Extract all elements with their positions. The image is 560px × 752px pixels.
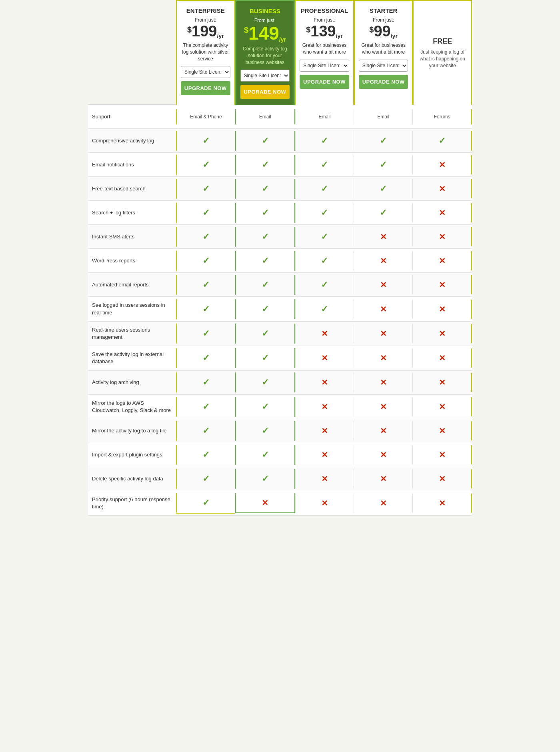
cross-icon: ✕ <box>380 378 387 387</box>
check-icon: ✓ <box>202 353 210 363</box>
plan-select-professional[interactable]: Single Site Licen: <box>300 60 349 72</box>
feature-value-enterprise: ✓ <box>176 227 235 247</box>
plan-header-business: BUSINESS From just: $149/yr Complete act… <box>235 0 295 105</box>
check-icon: ✓ <box>202 232 210 242</box>
check-icon: ✓ <box>380 160 387 170</box>
plan-header-starter: STARTER From just: $99/yr Great for busi… <box>354 0 413 105</box>
feature-value-enterprise: ✓ <box>176 469 235 489</box>
check-icon: ✓ <box>262 280 269 290</box>
feature-value-business: ✓ <box>235 324 295 344</box>
feature-value-free: ✕ <box>412 494 472 513</box>
feature-label: See logged in users sessions in real-tim… <box>88 297 176 321</box>
feature-value-professional: Email <box>295 109 354 124</box>
feature-label: Real-time users sessions management <box>88 322 176 346</box>
table-row: See logged in users sessions in real-tim… <box>88 297 472 321</box>
feature-value-professional: ✓ <box>295 155 354 175</box>
check-icon: ✓ <box>262 304 269 314</box>
cross-icon: ✕ <box>439 378 446 387</box>
plan-desc-starter: Great for businesses who want a bit more <box>359 42 408 56</box>
check-icon: ✓ <box>262 208 269 218</box>
feature-value-starter: ✕ <box>354 275 412 294</box>
feature-value-enterprise: ✓ <box>176 397 235 417</box>
feature-value-starter: ✓ <box>354 131 412 151</box>
check-icon: ✓ <box>202 474 210 484</box>
cross-icon: ✕ <box>380 499 387 508</box>
feature-value-enterprise: ✓ <box>176 372 235 392</box>
check-icon: ✓ <box>262 160 269 170</box>
cross-icon: ✕ <box>321 329 328 338</box>
feature-value-professional: ✓ <box>295 179 354 199</box>
check-icon: ✓ <box>262 328 269 338</box>
feature-value-business: ✓ <box>235 469 295 489</box>
check-icon: ✓ <box>262 402 269 412</box>
feature-value-starter: ✕ <box>354 445 412 464</box>
plan-desc-business: Complete activity log solution for your … <box>240 46 290 66</box>
cross-icon: ✕ <box>321 354 328 362</box>
check-icon: ✓ <box>202 304 210 314</box>
cross-icon: ✕ <box>321 474 328 483</box>
feature-label: Mirror the activity log to a log file <box>88 422 176 439</box>
feature-label: Email notifications <box>88 156 176 173</box>
feature-value-starter: ✓ <box>354 179 412 199</box>
feature-value-starter: Email <box>354 109 412 124</box>
plan-name-enterprise: ENTERPRISE <box>186 7 225 14</box>
feature-value-business: ✓ <box>235 445 295 465</box>
check-icon: ✓ <box>321 256 328 266</box>
feature-value-starter: ✕ <box>354 227 412 246</box>
plan-select-starter[interactable]: Single Site Licen: <box>359 60 408 72</box>
feature-value-enterprise: ✓ <box>176 179 235 199</box>
plan-name-professional: PROFESSIONAL <box>301 7 348 14</box>
table-row: Mirror the activity log to a log file✓✓✕… <box>88 419 472 443</box>
feature-value-free: ✕ <box>412 469 472 488</box>
feature-label: Import & export plugin settings <box>88 446 176 463</box>
feature-value-enterprise: ✓ <box>176 421 235 441</box>
feature-value-free: ✕ <box>412 421 472 440</box>
cross-icon: ✕ <box>380 305 387 314</box>
feature-label: WordPress reports <box>88 252 176 269</box>
feature-value-starter: ✕ <box>354 373 412 392</box>
check-icon: ✓ <box>202 328 210 338</box>
cross-icon: ✕ <box>439 208 446 217</box>
feature-label: Delete specific activity log data <box>88 470 176 487</box>
table-row: Comprehensive activity log✓✓✓✓✓ <box>88 129 472 153</box>
check-icon: ✓ <box>262 474 269 484</box>
plan-price-business: $149/yr <box>244 24 286 42</box>
check-icon: ✓ <box>321 208 328 218</box>
plan-select-enterprise[interactable]: Single Site Licen: <box>181 66 230 78</box>
plan-name-business: BUSINESS <box>250 8 280 14</box>
plan-header-enterprise: ENTERPRISE From just: $199/yr The comple… <box>176 0 235 105</box>
feature-value-starter: ✓ <box>354 203 412 223</box>
free-plan-desc: Just keeping a log of what is happening … <box>418 49 467 69</box>
upgrade-btn-professional[interactable]: UPGRADE NOW <box>300 75 349 89</box>
check-icon: ✓ <box>262 450 269 460</box>
upgrade-btn-starter[interactable]: UPGRADE NOW <box>359 75 408 89</box>
cross-icon: ✕ <box>321 378 328 387</box>
feature-label: Comprehensive activity log <box>88 132 176 149</box>
free-plan-label: FREE <box>433 37 452 46</box>
plan-desc-professional: Great for businesses who want a bit more <box>300 42 349 56</box>
feature-value-professional: ✓ <box>295 251 354 271</box>
check-icon: ✓ <box>202 402 210 412</box>
check-icon: ✓ <box>202 136 210 146</box>
feature-value-free: ✕ <box>412 155 472 174</box>
feature-value-starter: ✓ <box>354 155 412 175</box>
check-icon: ✓ <box>202 256 210 266</box>
feature-value-business: ✓ <box>235 397 295 417</box>
table-row: Save the activity log in external databa… <box>88 346 472 370</box>
check-icon: ✓ <box>202 450 210 460</box>
feature-value-professional: ✕ <box>295 445 354 464</box>
feature-value-free: ✕ <box>412 203 472 222</box>
feature-value-enterprise: ✓ <box>176 445 235 465</box>
check-icon: ✓ <box>202 426 210 436</box>
feature-value-professional: ✕ <box>295 324 354 343</box>
feature-value-business: ✓ <box>235 275 295 295</box>
upgrade-btn-enterprise[interactable]: UPGRADE NOW <box>181 81 230 95</box>
upgrade-btn-business[interactable]: UPGRADE NOW <box>240 85 290 99</box>
cross-icon: ✕ <box>439 256 446 265</box>
feature-value-professional: ✕ <box>295 397 354 416</box>
feature-value-enterprise: ✓ <box>176 348 235 368</box>
feature-value-business: ✓ <box>235 131 295 151</box>
plan-select-business[interactable]: Single Site Licen: <box>240 70 290 82</box>
cross-icon: ✕ <box>380 232 387 241</box>
feature-value-business: ✓ <box>235 421 295 441</box>
